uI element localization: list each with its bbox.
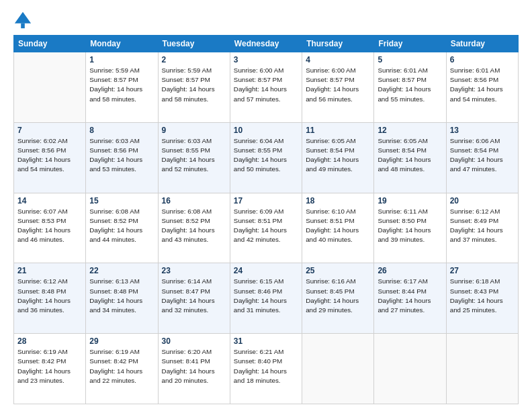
cell-info-text: Sunrise: 6:11 AMSunset: 8:50 PMDaylight:…: [378, 207, 442, 245]
calendar-cell: 24Sunrise: 6:15 AMSunset: 8:46 PMDayligh…: [230, 263, 302, 334]
cell-info-text: Sunrise: 6:14 AMSunset: 8:47 PMDaylight:…: [162, 277, 226, 315]
calendar-week-row: 1Sunrise: 5:59 AMSunset: 8:57 PMDaylight…: [14, 52, 519, 123]
cell-day-number: 27: [450, 266, 515, 275]
calendar-day-header: Sunday: [14, 36, 86, 52]
calendar-cell: 10Sunrise: 6:04 AMSunset: 8:55 PMDayligh…: [230, 122, 302, 193]
svg-marker-0: [15, 12, 31, 24]
calendar-day-header: Wednesday: [230, 36, 302, 52]
calendar-cell: 21Sunrise: 6:12 AMSunset: 8:48 PMDayligh…: [14, 263, 86, 334]
cell-info-text: Sunrise: 6:18 AMSunset: 8:43 PMDaylight:…: [450, 277, 515, 315]
calendar-cell: 4Sunrise: 6:00 AMSunset: 8:57 PMDaylight…: [302, 52, 374, 123]
calendar-cell: 7Sunrise: 6:02 AMSunset: 8:56 PMDaylight…: [14, 122, 86, 193]
calendar-cell: 18Sunrise: 6:10 AMSunset: 8:51 PMDayligh…: [302, 193, 374, 263]
calendar-cell: 27Sunrise: 6:18 AMSunset: 8:43 PMDayligh…: [446, 263, 518, 334]
cell-day-number: 12: [378, 126, 442, 135]
calendar-cell: 20Sunrise: 6:12 AMSunset: 8:49 PMDayligh…: [446, 193, 518, 263]
calendar-cell: 29Sunrise: 6:19 AMSunset: 8:42 PMDayligh…: [86, 334, 158, 404]
cell-day-number: 6: [450, 55, 515, 64]
calendar-cell: 17Sunrise: 6:09 AMSunset: 8:51 PMDayligh…: [230, 193, 302, 263]
cell-day-number: 2: [162, 55, 226, 64]
cell-day-number: 28: [17, 336, 82, 346]
cell-day-number: 14: [17, 196, 82, 205]
cell-info-text: Sunrise: 6:07 AMSunset: 8:53 PMDaylight:…: [17, 207, 82, 245]
cell-day-number: 8: [89, 126, 154, 135]
calendar-cell: 26Sunrise: 6:17 AMSunset: 8:44 PMDayligh…: [374, 263, 446, 334]
cell-day-number: 3: [234, 55, 298, 64]
cell-info-text: Sunrise: 6:08 AMSunset: 8:52 PMDaylight:…: [162, 207, 226, 245]
cell-day-number: 15: [89, 196, 154, 205]
calendar-cell: 2Sunrise: 5:59 AMSunset: 8:57 PMDaylight…: [158, 52, 230, 123]
cell-info-text: Sunrise: 6:16 AMSunset: 8:45 PMDaylight:…: [306, 277, 370, 315]
cell-info-text: Sunrise: 6:04 AMSunset: 8:55 PMDaylight:…: [234, 136, 298, 175]
calendar-cell: 8Sunrise: 6:03 AMSunset: 8:56 PMDaylight…: [86, 122, 158, 193]
cell-day-number: 16: [162, 196, 226, 205]
cell-day-number: 13: [450, 126, 515, 135]
calendar-cell: 13Sunrise: 6:06 AMSunset: 8:54 PMDayligh…: [446, 122, 518, 193]
calendar-table: SundayMondayTuesdayWednesdayThursdayFrid…: [13, 35, 519, 404]
cell-day-number: 1: [89, 55, 154, 64]
cell-day-number: 23: [162, 266, 226, 275]
cell-info-text: Sunrise: 6:00 AMSunset: 8:57 PMDaylight:…: [234, 66, 298, 104]
cell-day-number: 24: [234, 266, 298, 275]
calendar-cell: 23Sunrise: 6:14 AMSunset: 8:47 PMDayligh…: [158, 263, 230, 334]
cell-info-text: Sunrise: 5:59 AMSunset: 8:57 PMDaylight:…: [89, 66, 154, 104]
cell-day-number: 9: [162, 126, 226, 135]
cell-info-text: Sunrise: 6:03 AMSunset: 8:55 PMDaylight:…: [162, 136, 226, 175]
cell-day-number: 31: [234, 336, 298, 346]
calendar-day-header: Thursday: [302, 36, 374, 52]
cell-day-number: 29: [89, 336, 154, 346]
calendar-day-header: Saturday: [446, 36, 518, 52]
calendar-cell: 19Sunrise: 6:11 AMSunset: 8:50 PMDayligh…: [374, 193, 446, 263]
cell-day-number: 21: [17, 266, 82, 275]
calendar-cell: 5Sunrise: 6:01 AMSunset: 8:57 PMDaylight…: [374, 52, 446, 123]
cell-info-text: Sunrise: 6:12 AMSunset: 8:49 PMDaylight:…: [450, 207, 515, 245]
calendar-cell: [302, 334, 374, 404]
cell-day-number: 4: [306, 55, 370, 64]
calendar-cell: [446, 334, 518, 404]
calendar-week-row: 21Sunrise: 6:12 AMSunset: 8:48 PMDayligh…: [14, 263, 519, 334]
cell-info-text: Sunrise: 6:12 AMSunset: 8:48 PMDaylight:…: [17, 277, 82, 315]
calendar-week-row: 7Sunrise: 6:02 AMSunset: 8:56 PMDaylight…: [14, 122, 519, 193]
calendar-day-header: Monday: [86, 36, 158, 52]
page: SundayMondayTuesdayWednesdayThursdayFrid…: [0, 0, 532, 411]
calendar-cell: 30Sunrise: 6:20 AMSunset: 8:41 PMDayligh…: [158, 334, 230, 404]
cell-info-text: Sunrise: 6:08 AMSunset: 8:52 PMDaylight:…: [89, 207, 154, 245]
logo-icon: [13, 11, 32, 30]
calendar-day-header: Friday: [374, 36, 446, 52]
cell-info-text: Sunrise: 6:19 AMSunset: 8:42 PMDaylight:…: [17, 347, 82, 385]
cell-day-number: 26: [378, 266, 442, 275]
calendar-week-row: 14Sunrise: 6:07 AMSunset: 8:53 PMDayligh…: [14, 193, 519, 263]
cell-info-text: Sunrise: 6:17 AMSunset: 8:44 PMDaylight:…: [378, 277, 442, 315]
cell-info-text: Sunrise: 6:01 AMSunset: 8:57 PMDaylight:…: [378, 66, 442, 104]
logo: [13, 11, 35, 30]
cell-info-text: Sunrise: 6:13 AMSunset: 8:48 PMDaylight:…: [89, 277, 154, 315]
cell-info-text: Sunrise: 6:10 AMSunset: 8:51 PMDaylight:…: [306, 207, 370, 245]
cell-day-number: 18: [306, 196, 370, 205]
calendar-cell: [374, 334, 446, 404]
calendar-day-header: Tuesday: [158, 36, 230, 52]
cell-info-text: Sunrise: 6:03 AMSunset: 8:56 PMDaylight:…: [89, 136, 154, 175]
cell-info-text: Sunrise: 6:20 AMSunset: 8:41 PMDaylight:…: [162, 347, 226, 385]
cell-info-text: Sunrise: 6:01 AMSunset: 8:56 PMDaylight:…: [450, 66, 515, 104]
cell-info-text: Sunrise: 6:06 AMSunset: 8:54 PMDaylight:…: [450, 136, 515, 175]
calendar-cell: 31Sunrise: 6:21 AMSunset: 8:40 PMDayligh…: [230, 334, 302, 404]
cell-day-number: 17: [234, 196, 298, 205]
cell-day-number: 20: [450, 196, 515, 205]
cell-info-text: Sunrise: 6:02 AMSunset: 8:56 PMDaylight:…: [17, 136, 82, 175]
cell-info-text: Sunrise: 6:15 AMSunset: 8:46 PMDaylight:…: [234, 277, 298, 315]
calendar-cell: [14, 52, 86, 123]
calendar-cell: 6Sunrise: 6:01 AMSunset: 8:56 PMDaylight…: [446, 52, 518, 123]
cell-day-number: 19: [378, 196, 442, 205]
cell-day-number: 7: [17, 126, 82, 135]
cell-info-text: Sunrise: 6:05 AMSunset: 8:54 PMDaylight:…: [306, 136, 370, 175]
cell-day-number: 30: [162, 336, 226, 346]
cell-info-text: Sunrise: 6:21 AMSunset: 8:40 PMDaylight:…: [234, 347, 298, 385]
calendar-cell: 9Sunrise: 6:03 AMSunset: 8:55 PMDaylight…: [158, 122, 230, 193]
calendar-cell: 28Sunrise: 6:19 AMSunset: 8:42 PMDayligh…: [14, 334, 86, 404]
cell-day-number: 5: [378, 55, 442, 64]
cell-info-text: Sunrise: 6:05 AMSunset: 8:54 PMDaylight:…: [378, 136, 442, 175]
calendar-cell: 16Sunrise: 6:08 AMSunset: 8:52 PMDayligh…: [158, 193, 230, 263]
cell-day-number: 22: [89, 266, 154, 275]
cell-day-number: 11: [306, 126, 370, 135]
cell-info-text: Sunrise: 6:19 AMSunset: 8:42 PMDaylight:…: [89, 347, 154, 385]
